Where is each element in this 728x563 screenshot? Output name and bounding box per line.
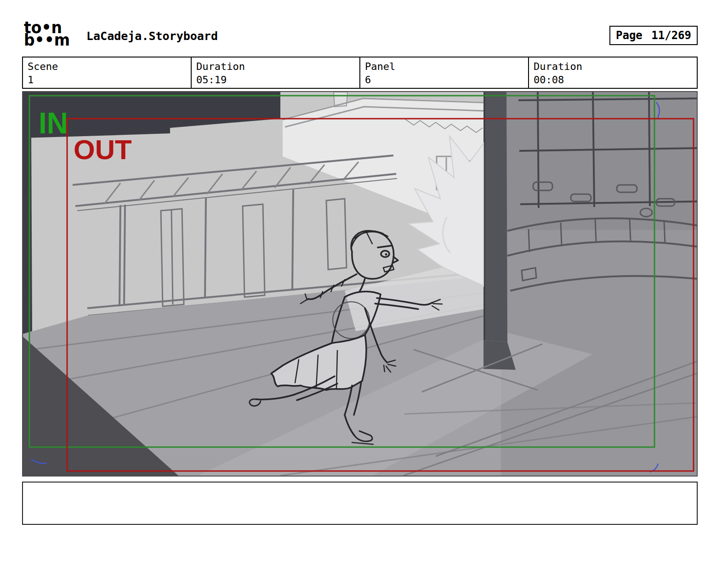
info-strip: Scene 1 Duration 05:19 Panel 6 Duration … bbox=[22, 57, 698, 89]
sketch-right-upper bbox=[501, 92, 697, 230]
scene-duration-value: 05:19 bbox=[196, 73, 355, 86]
camera-in-label: IN bbox=[39, 107, 68, 140]
panel-duration-cell: Duration 00:08 bbox=[529, 57, 697, 88]
storyboard-page: to•n b••m LaCadeja.Storyboard Page 11/26… bbox=[0, 0, 728, 563]
panel-cell: Panel 6 bbox=[360, 57, 529, 88]
header: to•n b••m LaCadeja.Storyboard Page 11/26… bbox=[22, 21, 698, 52]
scene-value: 1 bbox=[28, 73, 186, 86]
panel-value: 6 bbox=[365, 73, 523, 86]
scene-duration-cell: Duration 05:19 bbox=[192, 57, 360, 88]
logo-line-2: b••m bbox=[24, 33, 83, 46]
panel-duration-value: 00:08 bbox=[534, 73, 692, 86]
scene-label: Scene bbox=[28, 60, 186, 73]
storyboard-panel: IN OUT bbox=[22, 91, 698, 477]
page-label: Page bbox=[616, 29, 643, 42]
panel-label: Panel bbox=[365, 60, 523, 73]
page-value: 11/269 bbox=[651, 29, 691, 42]
toonboom-logo: to•n b••m bbox=[24, 21, 83, 51]
scene-duration-label: Duration bbox=[196, 60, 355, 73]
project-title: LaCadeja.Storyboard bbox=[86, 29, 218, 43]
page-indicator: Page 11/269 bbox=[609, 26, 698, 45]
storyboard-drawing: IN OUT bbox=[23, 92, 697, 476]
scene-cell: Scene 1 bbox=[23, 57, 192, 88]
notes-box bbox=[22, 482, 698, 525]
camera-out-label: OUT bbox=[74, 134, 132, 165]
panel-duration-label: Duration bbox=[534, 60, 692, 73]
